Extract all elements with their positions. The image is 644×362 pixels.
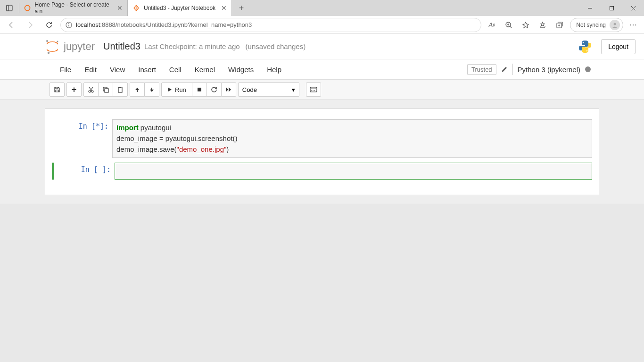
code-cell[interactable]: In [ ]: (52, 163, 592, 180)
svg-point-24 (46, 40, 48, 42)
svg-rect-0 (7, 5, 12, 11)
maximize-button[interactable] (601, 0, 622, 16)
cell-prompt: In [ ]: (54, 163, 115, 180)
code-input[interactable]: import pyautogui demo_image = pyautogui.… (113, 120, 592, 157)
tab-actions-icon[interactable] (0, 0, 19, 16)
svg-rect-37 (198, 88, 201, 91)
move-up-button[interactable] (130, 82, 145, 97)
restart-run-all-button[interactable] (221, 82, 236, 97)
minimize-button[interactable] (579, 0, 601, 16)
refresh-button[interactable] (41, 17, 57, 33)
svg-rect-34 (105, 89, 108, 92)
cell-type-select[interactable]: Code ▾ (238, 82, 299, 97)
cell-prompt: In [*]: (52, 119, 112, 158)
close-icon[interactable]: ✕ (117, 4, 123, 12)
back-button[interactable] (4, 17, 19, 33)
menubar: File Edit View Insert Cell Kernel Widget… (45, 59, 599, 79)
trusted-indicator[interactable]: Trusted (467, 64, 496, 75)
address-bar: localhost:8888/notebooks/Untitled3.ipynb… (0, 16, 644, 34)
svg-rect-1 (7, 5, 8, 11)
move-down-button[interactable] (144, 82, 159, 97)
menu-widgets[interactable]: Widgets (222, 59, 260, 79)
code-input[interactable] (115, 163, 592, 179)
logout-button[interactable]: Logout (601, 39, 636, 54)
svg-point-27 (583, 41, 584, 43)
svg-point-41 (314, 90, 315, 91)
run-button[interactable]: Run (161, 82, 192, 97)
favorites-icon[interactable] (519, 18, 532, 32)
copy-button[interactable] (98, 82, 113, 97)
close-window-button[interactable] (622, 0, 644, 16)
edit-icon[interactable] (501, 66, 508, 73)
menu-edit[interactable]: Edit (78, 59, 103, 79)
notebook-container: In [*]: import pyautogui demo_image = py… (0, 100, 644, 204)
svg-point-40 (313, 90, 314, 91)
svg-point-23 (46, 42, 58, 51)
svg-rect-38 (310, 87, 317, 92)
read-aloud-icon[interactable]: A)) (485, 18, 498, 32)
menu-kernel[interactable]: Kernel (188, 59, 222, 79)
svg-point-25 (57, 41, 58, 42)
kernel-status-icon (585, 66, 591, 72)
svg-rect-42 (311, 88, 316, 89)
window-controls (579, 0, 644, 16)
tab-title: Untitled3 - Jupyter Notebook (144, 5, 215, 11)
svg-point-26 (48, 51, 50, 53)
save-button[interactable] (50, 82, 65, 97)
sync-status[interactable]: Not syncing (570, 18, 623, 32)
svg-point-20 (614, 23, 616, 25)
site-info-icon[interactable] (66, 22, 72, 28)
menu-view[interactable]: View (103, 59, 132, 79)
browser-tab-strip: Home Page - Select or create a n ✕ Untit… (0, 0, 644, 16)
svg-rect-36 (119, 87, 121, 88)
menu-insert[interactable]: Insert (132, 59, 163, 79)
paste-button[interactable] (113, 82, 128, 97)
svg-point-28 (586, 50, 588, 51)
url-input[interactable]: localhost:8888/notebooks/Untitled3.ipynb… (60, 18, 481, 32)
jupyter-favicon-icon (24, 4, 31, 12)
kernel-name[interactable]: Python 3 (ipykernel) (518, 66, 580, 74)
python-logo-icon (578, 39, 593, 54)
menu-file[interactable]: File (53, 59, 78, 79)
interrupt-button[interactable] (192, 82, 207, 97)
jupyter-logo[interactable]: jupyter (45, 39, 95, 55)
browser-tab[interactable]: Untitled3 - Jupyter Notebook ✕ (128, 0, 232, 16)
unsaved-status: (unsaved changes) (246, 42, 306, 50)
zoom-icon[interactable] (502, 18, 515, 32)
svg-point-2 (25, 6, 30, 11)
toolbar: + Run Code ▾ (45, 80, 599, 99)
menu-cell[interactable]: Cell (163, 59, 188, 79)
more-icon[interactable]: ⋯ (627, 18, 640, 32)
collections-icon[interactable] (553, 18, 566, 32)
profile-avatar-icon (610, 20, 620, 30)
url-text: localhost:8888/notebooks/Untitled3.ipynb… (76, 21, 252, 28)
svg-rect-4 (610, 6, 613, 10)
close-icon[interactable]: ✕ (221, 4, 227, 12)
svg-point-39 (311, 90, 312, 91)
forward-button[interactable] (23, 17, 38, 33)
notebook-header: jupyter Untitled3 Last Checkpoint: a min… (0, 34, 644, 59)
browser-tab[interactable]: Home Page - Select or create a n ✕ (19, 0, 128, 16)
svg-line-11 (510, 26, 512, 28)
checkpoint-status: Last Checkpoint: a minute ago (144, 42, 240, 50)
cut-button[interactable] (83, 82, 99, 97)
command-palette-button[interactable] (306, 82, 321, 97)
chevron-down-icon: ▾ (292, 86, 295, 93)
jupyter-busy-favicon-icon (132, 4, 140, 12)
add-cell-button[interactable]: + (66, 82, 82, 97)
notebook-title[interactable]: Untitled3 (103, 41, 140, 52)
code-cell[interactable]: In [*]: import pyautogui demo_image = py… (52, 119, 592, 158)
tab-title: Home Page - Select or create a n (35, 1, 111, 15)
restart-button[interactable] (206, 82, 222, 97)
svg-rect-35 (118, 87, 122, 92)
favorites-bar-icon[interactable] (536, 18, 549, 32)
new-tab-button[interactable]: + (232, 0, 251, 16)
menu-help[interactable]: Help (260, 59, 288, 79)
